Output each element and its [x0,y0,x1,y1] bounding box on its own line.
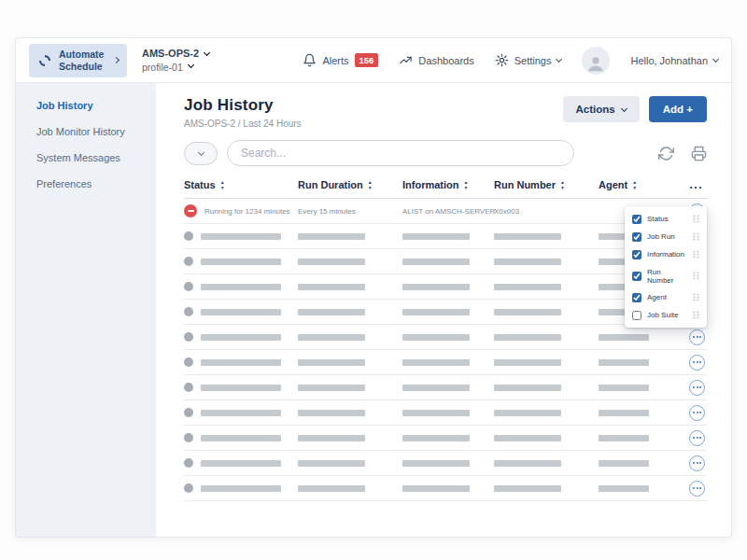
row-actions-button[interactable] [689,481,705,497]
search-input[interactable] [241,147,560,160]
status-dot-icon [184,383,193,392]
page-title: Job History [184,96,302,115]
run-number-cell [494,284,599,290]
sidebar-item-job-monitor-history[interactable]: Job Monitor History [16,119,156,145]
alerts-button[interactable]: Alerts 156 [303,53,378,67]
column-menu-item-information[interactable]: Information [625,245,707,263]
column-checkbox[interactable] [632,293,641,302]
row-actions-button[interactable] [689,355,705,371]
status-cell [184,357,298,367]
dashboards-button[interactable]: Dashboards [399,53,473,67]
row-menu-cell [684,380,707,396]
dashboards-label: Dashboards [418,55,473,66]
sidebar-item-job-history[interactable]: Job History [16,92,156,119]
add-button[interactable]: Add + [649,96,707,122]
breadcrumb: AMS-OPS-2 / Last 24 Hours [184,119,302,129]
row-menu-cell [684,329,707,345]
column-menu-item-agent[interactable]: Agent [625,288,707,306]
row-actions-button[interactable] [689,405,705,421]
chevron-down-icon [621,105,627,111]
placeholder-bar [201,233,281,240]
sidebar-item-preferences[interactable]: Preferences [16,171,156,197]
placeholder-bar [201,284,281,290]
column-checkbox[interactable] [632,250,641,259]
run-duration-cell [298,309,402,315]
placeholder-bar [402,359,470,366]
column-checkbox[interactable] [632,232,641,242]
search-filter-toggle[interactable] [184,142,218,165]
gear-icon [495,53,509,67]
refresh-button[interactable] [658,146,674,161]
placeholder-bar [298,435,365,441]
drag-handle-icon[interactable] [693,250,699,259]
placeholder-bar [402,334,470,341]
table-row[interactable] [184,375,707,400]
run-number-cell [494,259,599,265]
table-row[interactable] [184,400,707,426]
agent-cell [599,435,684,441]
table-row[interactable] [184,350,707,375]
drag-handle-icon[interactable] [693,311,699,319]
column-menu-item-job-run[interactable]: Job Run [625,228,707,245]
information-cell [402,284,494,290]
placeholder-bar [599,385,649,391]
table-header: Status Run Duration Information Run Numb… [184,179,707,199]
settings-button[interactable]: Settings [495,53,562,67]
column-menu-item-status[interactable]: Status [625,210,707,228]
table-row[interactable] [184,451,707,476]
column-menu-item-run-number[interactable]: Run Number [625,263,707,288]
placeholder-bar [494,410,561,416]
drag-handle-icon[interactable] [693,272,699,280]
print-button[interactable] [691,146,707,161]
table-row[interactable] [184,325,707,350]
drag-handle-icon[interactable] [693,232,699,241]
run-number-cell [494,233,599,240]
table-row[interactable] [184,476,707,501]
placeholder-bar [201,259,281,265]
column-header-run-duration[interactable]: Run Duration [298,179,402,190]
actions-button[interactable]: Actions [563,96,640,122]
alerts-label: Alerts [322,55,348,66]
placeholder-bar [494,309,561,315]
row-actions-button[interactable] [689,329,705,345]
column-menu-button[interactable]: ... [684,183,707,188]
column-menu-item-job-suite[interactable]: Job Suite [625,306,707,324]
job-history-table: Status Run Duration Information Run Numb… [184,179,707,501]
column-header-status[interactable]: Status [184,179,298,190]
placeholder-bar [402,460,470,467]
sidebar-item-system-messages[interactable]: System Messages [16,145,156,171]
placeholder-bar [402,233,470,240]
row-actions-button[interactable] [689,455,705,471]
table-row[interactable] [184,426,707,451]
app-button-label: Automate Schedule [59,49,107,71]
column-header-information[interactable]: Information [402,179,494,190]
column-checkbox[interactable] [632,215,641,224]
placeholder-bar [599,410,649,416]
main-content: Job History AMS-OPS-2 / Last 24 Hours Ac… [156,83,731,538]
column-checkbox[interactable] [632,311,641,320]
status-text: Running for 1234 minutes [204,207,290,216]
column-header-agent[interactable]: Agent [599,179,684,190]
chevron-down-icon [188,62,194,68]
column-checkbox[interactable] [632,272,641,281]
row-actions-button[interactable] [689,380,705,396]
server-name: AMS-OPS-2 [142,48,199,59]
chevron-down-icon [204,49,210,55]
placeholder-bar [201,385,281,391]
placeholder-bar [298,284,365,290]
placeholder-bar [494,359,561,366]
placeholder-bar [201,485,281,492]
automate-schedule-button[interactable]: Automate Schedule [29,44,127,77]
user-menu[interactable]: Hello, Johnathan [630,55,718,66]
avatar[interactable] [582,47,610,75]
drag-handle-icon[interactable] [693,293,699,301]
row-actions-button[interactable] [689,430,705,446]
status-dot-icon [184,231,193,241]
row-menu-cell [684,481,707,497]
column-header-run-number[interactable]: Run Number [494,179,599,190]
run-duration-cell [298,385,402,391]
drag-handle-icon[interactable] [693,215,699,223]
profile-dropdown[interactable]: profile-01 [142,59,209,73]
sort-icon [560,180,565,190]
server-dropdown[interactable]: AMS-OPS-2 [142,48,209,59]
